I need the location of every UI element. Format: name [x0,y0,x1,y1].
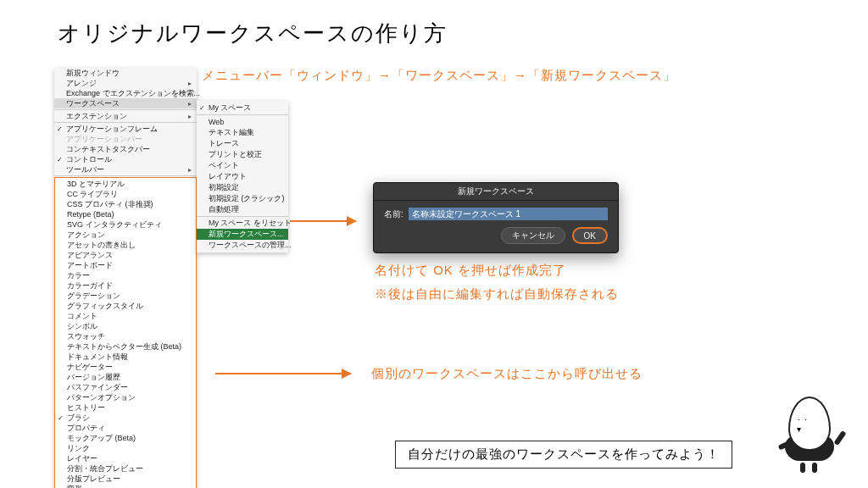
panel-menu-item[interactable]: レイヤー [55,453,196,463]
menu-item[interactable]: Exchange でエクステンションを検索... [54,88,197,98]
panel-menu-item[interactable]: グラデーション [55,291,196,301]
new-workspace-item[interactable]: 新規ワークスペース... [197,229,288,240]
mascot-icon: ･ ･▾ [783,396,843,473]
menu-item[interactable]: ワークスペース [54,98,197,108]
panel-menu-item[interactable]: アピアランス [55,250,196,260]
name-label: 名前: [384,208,403,220]
panel-menu-item[interactable]: ドキュメント情報 [55,352,196,362]
panel-menu-item[interactable]: グラフィックスタイル [55,301,196,311]
panel-menu-item[interactable]: 3D とマテリアル [55,179,196,189]
workspace-item[interactable]: Web [197,116,288,127]
arrow-to-dialog [290,220,356,222]
anno-autosave: ※後は自由に編集すれば自動保存される [375,286,619,302]
dialog-title: 新規ワークスペース [374,183,618,201]
panel-menu-item[interactable]: 分版プレビュー [55,474,196,484]
workspace-item[interactable]: 初期設定 [197,182,288,193]
panel-menu-item[interactable]: パスファインダー [55,382,196,392]
panel-menu-item[interactable]: テキストからベクター生成 (Beta) [55,341,196,352]
panel-menu-item[interactable]: バージョン履歴 [55,372,196,382]
panel-menu-item[interactable]: CC ライブラリ [55,189,196,199]
menu-item: アプリケーションバー [54,134,197,144]
workspace-item[interactable]: 初期設定 (クラシック) [197,193,288,204]
cancel-button[interactable]: キャンセル [501,227,565,244]
panel-menu-item[interactable]: SVG インタラクティビティ [55,219,196,230]
panel-menu-item[interactable]: カラーガイド [55,280,196,291]
panel-menu-item[interactable]: カラー [55,270,196,280]
panel-menu-item[interactable]: アートボード [55,260,196,270]
anno-recall: 個別のワークスペースはここから呼び出せる [371,366,643,382]
panel-menu-item[interactable]: 変形 [55,484,196,488]
workspace-item[interactable]: トレース [197,138,288,149]
workspace-item[interactable]: レイアウト [197,171,288,182]
panel-menu-item[interactable]: ナビゲーター [55,362,196,372]
panel-menu-item[interactable]: アクション [55,230,196,240]
anno-name-ok: 名付けて OK を押せば作成完了 [375,263,566,279]
panel-menu-item[interactable]: プロパティ [55,423,196,433]
workspace-item[interactable]: プリントと校正 [197,149,288,160]
menu-item[interactable]: コントロール [54,154,197,164]
panel-menu-item[interactable]: パターンオプション [55,392,196,402]
menu-item[interactable]: エクステンション [54,111,197,121]
panel-menu-item[interactable]: CSS プロパティ (非推奨) [55,199,196,209]
panel-menu-item[interactable]: モックアップ (Beta) [55,433,196,443]
workspace-item[interactable]: My スペース をリセット [197,218,288,229]
new-workspace-dialog: 新規ワークスペース 名前: キャンセル OK [373,182,619,253]
panel-menu-item[interactable]: シンボル [55,321,196,331]
menu-item[interactable]: アプリケーションフレーム [54,124,197,134]
page-title: オリジナルワークスペースの作り方 [58,19,448,48]
nav-path: メニューバー「ウィンドウ」→「ワークスペース」→「新規ワークスペース」 [202,68,676,84]
menu-separator [54,175,197,176]
workspace-item[interactable]: 自動処理 [197,204,288,215]
callout: 自分だけの最強のワークスペースを作ってみよう！ [395,441,732,469]
workspace-submenu: My スペースWebテキスト編集トレースプリントと校正ペイントレイアウト初期設定… [197,101,288,252]
panel-menu-item[interactable]: 分割・統合プレビュー [55,463,196,474]
panel-menu-item[interactable]: コメント [55,311,196,321]
arrow-to-panels [215,373,351,374]
workspace-name-input[interactable] [409,208,608,220]
workspace-item[interactable]: テキスト編集 [197,127,288,138]
menu-item[interactable]: ツールバー [54,164,197,175]
panel-menu-item[interactable]: リンク [55,443,196,453]
panel-menu-item[interactable]: ヒストリー [55,402,196,413]
panel-menu-item[interactable]: ブラシ [55,413,196,423]
workspace-item[interactable]: ワークスペースの管理... [197,240,288,251]
menu-item[interactable]: コンテキストタスクバー [54,144,197,154]
ok-button[interactable]: OK [572,227,608,244]
panel-menu-item[interactable]: スウォッチ [55,331,196,341]
panel-menu-item[interactable]: Retype (Beta) [55,209,196,219]
workspace-item[interactable]: ペイント [197,160,288,171]
window-menu: 新規ウィンドウアレンジExchange でエクステンションを検索...ワークスペ… [54,68,197,488]
workspace-item[interactable]: My スペース [197,103,288,114]
panel-menu-item[interactable]: アセットの書き出し [55,240,196,250]
menu-separator [197,114,288,115]
menu-separator [197,216,288,217]
menu-item[interactable]: 新規ウィンドウ [54,68,197,78]
menu-item[interactable]: アレンジ [54,78,197,88]
